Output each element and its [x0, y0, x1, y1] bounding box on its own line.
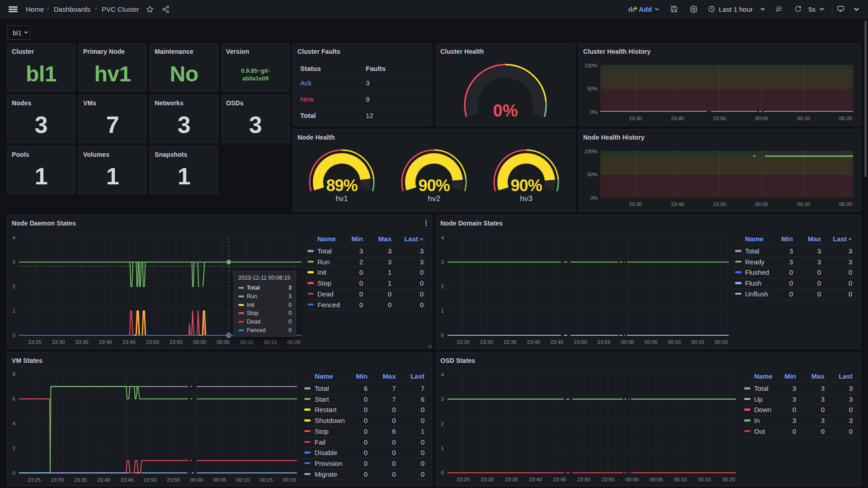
svg-text:23:35: 23:35 — [75, 339, 89, 345]
svg-text:100%: 100% — [585, 63, 598, 68]
svg-text:23:45: 23:45 — [121, 477, 134, 483]
svg-text:00:05: 00:05 — [213, 477, 226, 483]
svg-text:0: 0 — [441, 470, 444, 475]
svg-text:50%: 50% — [587, 172, 598, 177]
svg-text:23:35: 23:35 — [504, 339, 517, 345]
svg-text:1: 1 — [441, 446, 444, 451]
svg-text:00:10: 00:10 — [236, 477, 250, 483]
svg-text:00:10: 00:10 — [241, 339, 254, 345]
svg-text:0: 0 — [441, 333, 444, 338]
svg-text:23:25: 23:25 — [457, 339, 470, 345]
svg-text:00:20: 00:20 — [283, 477, 296, 483]
svg-text:23:45: 23:45 — [553, 477, 566, 482]
svg-text:00:15: 00:15 — [698, 477, 711, 482]
svg-text:00:05: 00:05 — [644, 339, 657, 345]
svg-text:0%: 0% — [590, 109, 598, 115]
svg-text:23:50: 23:50 — [574, 339, 587, 345]
svg-text:23:30: 23:30 — [51, 477, 64, 483]
svg-text:4: 4 — [13, 421, 16, 426]
svg-text:23:55: 23:55 — [598, 339, 611, 345]
svg-text:00:00: 00:00 — [621, 339, 634, 345]
svg-text:00:10: 00:10 — [674, 477, 687, 482]
svg-text:00:20: 00:20 — [839, 116, 852, 121]
svg-text:3: 3 — [441, 259, 444, 265]
svg-text:23:50: 23:50 — [713, 202, 726, 207]
svg-text:23:45: 23:45 — [123, 339, 136, 345]
svg-text:00:05: 00:05 — [650, 477, 663, 482]
svg-text:100%: 100% — [585, 149, 598, 154]
svg-text:23:30: 23:30 — [480, 339, 493, 345]
svg-text:3: 3 — [441, 396, 444, 402]
svg-text:00:05: 00:05 — [217, 339, 230, 345]
svg-text:23:25: 23:25 — [28, 477, 41, 483]
svg-text:2: 2 — [441, 284, 444, 289]
svg-text:00:10: 00:10 — [668, 339, 681, 345]
svg-text:00:20: 00:20 — [715, 339, 728, 345]
svg-text:8: 8 — [13, 371, 15, 377]
svg-text:00:00: 00:00 — [755, 116, 768, 121]
svg-text:23:40: 23:40 — [671, 116, 684, 121]
svg-text:00:20: 00:20 — [839, 202, 852, 207]
svg-text:00:15: 00:15 — [691, 339, 704, 345]
svg-text:23:40: 23:40 — [671, 202, 684, 207]
svg-text:23:30: 23:30 — [52, 339, 65, 345]
svg-text:23:35: 23:35 — [74, 477, 87, 483]
svg-text:0: 0 — [13, 333, 15, 338]
svg-text:23:25: 23:25 — [28, 339, 42, 345]
svg-text:23:45: 23:45 — [551, 339, 564, 345]
svg-text:00:10: 00:10 — [797, 202, 810, 207]
svg-text:00:00: 00:00 — [193, 339, 206, 345]
svg-text:00:10: 00:10 — [797, 116, 810, 121]
svg-text:2: 2 — [441, 421, 444, 427]
svg-text:23:25: 23:25 — [457, 477, 470, 482]
svg-text:00:00: 00:00 — [755, 202, 768, 207]
svg-text:3: 3 — [13, 259, 15, 265]
svg-text:23:40: 23:40 — [99, 339, 112, 345]
svg-text:2: 2 — [13, 446, 15, 451]
svg-text:23:30: 23:30 — [481, 477, 494, 482]
svg-text:23:35: 23:35 — [505, 477, 518, 482]
svg-text:50%: 50% — [587, 86, 598, 91]
svg-text:1: 1 — [441, 308, 444, 314]
svg-text:23:30: 23:30 — [629, 202, 642, 207]
svg-text:23:30: 23:30 — [629, 116, 642, 121]
svg-text:4: 4 — [441, 372, 444, 377]
svg-text:23:40: 23:40 — [529, 477, 542, 482]
svg-text:6: 6 — [13, 396, 15, 402]
svg-text:00:15: 00:15 — [264, 339, 277, 345]
svg-text:00:20: 00:20 — [722, 477, 736, 482]
svg-text:0: 0 — [13, 470, 15, 476]
svg-text:4: 4 — [13, 235, 16, 240]
svg-text:23:55: 23:55 — [167, 477, 180, 483]
svg-text:23:55: 23:55 — [170, 339, 183, 345]
svg-text:4: 4 — [441, 235, 444, 240]
svg-text:23:55: 23:55 — [602, 477, 615, 482]
svg-text:2: 2 — [13, 284, 15, 289]
svg-text:0%: 0% — [590, 195, 598, 201]
svg-text:1: 1 — [13, 308, 15, 314]
svg-text:00:00: 00:00 — [190, 477, 203, 483]
svg-text:23:50: 23:50 — [146, 339, 159, 345]
svg-text:00:00: 00:00 — [626, 477, 639, 482]
svg-text:23:50: 23:50 — [577, 477, 590, 482]
svg-text:23:40: 23:40 — [97, 477, 110, 483]
svg-text:23:40: 23:40 — [527, 339, 540, 345]
svg-text:00:15: 00:15 — [259, 477, 273, 483]
svg-text:00:20: 00:20 — [288, 339, 301, 345]
svg-text:23:50: 23:50 — [713, 116, 726, 121]
svg-text:23:50: 23:50 — [144, 477, 157, 483]
